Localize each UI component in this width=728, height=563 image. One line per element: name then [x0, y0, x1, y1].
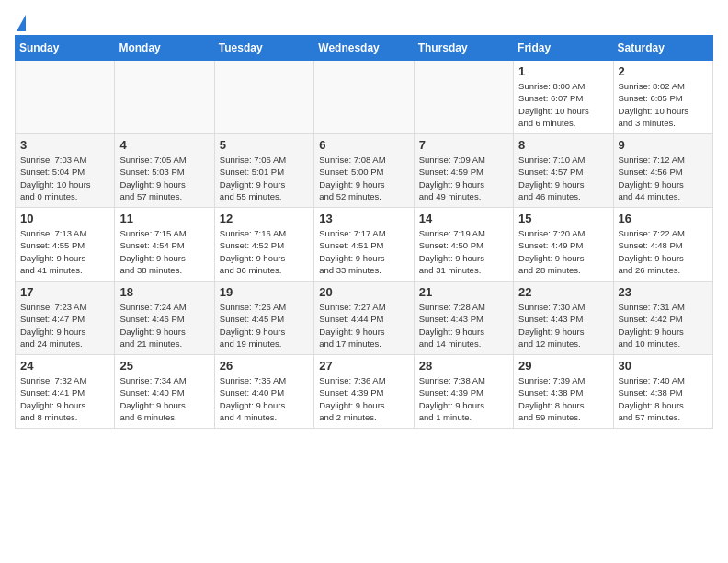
day-number: 7	[419, 138, 508, 152]
day-number: 10	[20, 212, 109, 225]
day-number: 23	[619, 285, 708, 299]
calendar-cell: 1Sunrise: 8:00 AM Sunset: 6:07 PM Daylig…	[514, 61, 613, 134]
day-number: 30	[619, 359, 708, 373]
day-number: 20	[319, 285, 408, 299]
day-info: Sunrise: 7:15 AM Sunset: 4:54 PM Dayligh…	[119, 227, 209, 276]
day-info: Sunrise: 7:08 AM Sunset: 5:00 PM Dayligh…	[319, 154, 408, 202]
day-info: Sunrise: 7:32 AM Sunset: 4:41 PM Dayligh…	[20, 374, 109, 423]
calendar-cell: 10Sunrise: 7:13 AM Sunset: 4:55 PM Dayli…	[16, 208, 115, 282]
day-info: Sunrise: 7:30 AM Sunset: 4:43 PM Dayligh…	[518, 301, 608, 350]
calendar-header-saturday: Saturday	[613, 36, 712, 61]
calendar-cell: 26Sunrise: 7:35 AM Sunset: 4:40 PM Dayli…	[214, 355, 313, 429]
calendar-cell: 5Sunrise: 7:06 AM Sunset: 5:01 PM Daylig…	[214, 134, 313, 208]
calendar-cell	[16, 61, 115, 134]
day-number: 26	[220, 359, 309, 373]
day-number: 21	[419, 285, 508, 299]
calendar-cell: 12Sunrise: 7:16 AM Sunset: 4:52 PM Dayli…	[214, 208, 313, 282]
day-info: Sunrise: 8:02 AM Sunset: 6:05 PM Dayligh…	[619, 80, 708, 129]
day-number: 24	[20, 359, 109, 373]
day-number: 16	[619, 212, 708, 225]
calendar-header-wednesday: Wednesday	[314, 36, 414, 61]
calendar-cell: 14Sunrise: 7:19 AM Sunset: 4:50 PM Dayli…	[414, 208, 513, 282]
calendar-header-tuesday: Tuesday	[214, 36, 313, 61]
day-number: 22	[518, 285, 608, 299]
day-number: 6	[319, 138, 408, 152]
day-info: Sunrise: 7:38 AM Sunset: 4:39 PM Dayligh…	[419, 374, 508, 423]
logo-triangle-icon	[17, 15, 26, 31]
day-number: 15	[518, 212, 608, 225]
day-number: 18	[119, 285, 209, 299]
day-number: 2	[619, 64, 708, 78]
day-number: 3	[20, 138, 109, 152]
calendar-cell: 2Sunrise: 8:02 AM Sunset: 6:05 PM Daylig…	[613, 61, 712, 134]
calendar-cell: 6Sunrise: 7:08 AM Sunset: 5:00 PM Daylig…	[314, 134, 414, 208]
day-info: Sunrise: 7:09 AM Sunset: 4:59 PM Dayligh…	[419, 154, 508, 202]
day-number: 17	[20, 285, 109, 299]
calendar-cell: 8Sunrise: 7:10 AM Sunset: 4:57 PM Daylig…	[514, 134, 613, 208]
day-number: 12	[220, 212, 309, 225]
calendar-cell: 18Sunrise: 7:24 AM Sunset: 4:46 PM Dayli…	[115, 282, 214, 355]
day-info: Sunrise: 7:34 AM Sunset: 4:40 PM Dayligh…	[119, 374, 209, 423]
calendar-week-2: 3Sunrise: 7:03 AM Sunset: 5:04 PM Daylig…	[16, 134, 713, 208]
calendar-cell: 11Sunrise: 7:15 AM Sunset: 4:54 PM Dayli…	[115, 208, 214, 282]
day-info: Sunrise: 7:28 AM Sunset: 4:43 PM Dayligh…	[419, 301, 508, 350]
calendar-cell: 3Sunrise: 7:03 AM Sunset: 5:04 PM Daylig…	[16, 134, 115, 208]
day-number: 13	[319, 212, 408, 225]
calendar-header-friday: Friday	[514, 36, 613, 61]
day-info: Sunrise: 7:26 AM Sunset: 4:45 PM Dayligh…	[220, 301, 309, 350]
calendar-cell: 30Sunrise: 7:40 AM Sunset: 4:38 PM Dayli…	[613, 355, 712, 429]
day-number: 27	[319, 359, 408, 373]
calendar-header-sunday: Sunday	[16, 36, 115, 61]
day-info: Sunrise: 7:19 AM Sunset: 4:50 PM Dayligh…	[419, 227, 508, 276]
day-number: 29	[518, 359, 608, 373]
day-info: Sunrise: 7:20 AM Sunset: 4:49 PM Dayligh…	[518, 227, 608, 276]
calendar-cell: 13Sunrise: 7:17 AM Sunset: 4:51 PM Dayli…	[314, 208, 414, 282]
day-info: Sunrise: 7:40 AM Sunset: 4:38 PM Dayligh…	[619, 374, 708, 423]
day-info: Sunrise: 7:27 AM Sunset: 4:44 PM Dayligh…	[319, 301, 408, 350]
day-info: Sunrise: 8:00 AM Sunset: 6:07 PM Dayligh…	[518, 80, 608, 129]
day-number: 1	[518, 64, 608, 78]
day-number: 28	[419, 359, 508, 373]
calendar-cell: 25Sunrise: 7:34 AM Sunset: 4:40 PM Dayli…	[115, 355, 214, 429]
calendar-cell: 29Sunrise: 7:39 AM Sunset: 4:38 PM Dayli…	[514, 355, 613, 429]
day-info: Sunrise: 7:24 AM Sunset: 4:46 PM Dayligh…	[119, 301, 209, 350]
day-info: Sunrise: 7:06 AM Sunset: 5:01 PM Dayligh…	[220, 154, 309, 202]
calendar-header-row: SundayMondayTuesdayWednesdayThursdayFrid…	[16, 36, 713, 61]
day-number: 14	[419, 212, 508, 225]
day-info: Sunrise: 7:39 AM Sunset: 4:38 PM Dayligh…	[518, 374, 608, 423]
calendar-header-monday: Monday	[115, 36, 214, 61]
day-info: Sunrise: 7:31 AM Sunset: 4:42 PM Dayligh…	[619, 301, 708, 350]
day-info: Sunrise: 7:35 AM Sunset: 4:40 PM Dayligh…	[220, 374, 309, 423]
day-number: 9	[619, 138, 708, 152]
calendar-cell: 27Sunrise: 7:36 AM Sunset: 4:39 PM Dayli…	[314, 355, 414, 429]
day-number: 5	[220, 138, 309, 152]
calendar-cell: 9Sunrise: 7:12 AM Sunset: 4:56 PM Daylig…	[613, 134, 712, 208]
calendar-cell	[214, 61, 313, 134]
day-number: 8	[518, 138, 608, 152]
calendar-cell: 28Sunrise: 7:38 AM Sunset: 4:39 PM Dayli…	[414, 355, 513, 429]
calendar-cell: 17Sunrise: 7:23 AM Sunset: 4:47 PM Dayli…	[16, 282, 115, 355]
day-number: 4	[119, 138, 209, 152]
calendar-week-4: 17Sunrise: 7:23 AM Sunset: 4:47 PM Dayli…	[16, 282, 713, 355]
calendar-cell	[314, 61, 414, 134]
logo	[15, 15, 26, 28]
calendar-cell: 23Sunrise: 7:31 AM Sunset: 4:42 PM Dayli…	[613, 282, 712, 355]
day-info: Sunrise: 7:16 AM Sunset: 4:52 PM Dayligh…	[220, 227, 309, 276]
calendar-week-5: 24Sunrise: 7:32 AM Sunset: 4:41 PM Dayli…	[16, 355, 713, 429]
calendar-cell: 7Sunrise: 7:09 AM Sunset: 4:59 PM Daylig…	[414, 134, 513, 208]
day-info: Sunrise: 7:10 AM Sunset: 4:57 PM Dayligh…	[518, 154, 608, 202]
calendar-cell	[414, 61, 513, 134]
day-info: Sunrise: 7:13 AM Sunset: 4:55 PM Dayligh…	[20, 227, 109, 276]
calendar-cell: 4Sunrise: 7:05 AM Sunset: 5:03 PM Daylig…	[115, 134, 214, 208]
day-info: Sunrise: 7:22 AM Sunset: 4:48 PM Dayligh…	[619, 227, 708, 276]
calendar-cell: 21Sunrise: 7:28 AM Sunset: 4:43 PM Dayli…	[414, 282, 513, 355]
day-info: Sunrise: 7:05 AM Sunset: 5:03 PM Dayligh…	[119, 154, 209, 202]
calendar-cell: 19Sunrise: 7:26 AM Sunset: 4:45 PM Dayli…	[214, 282, 313, 355]
calendar-week-1: 1Sunrise: 8:00 AM Sunset: 6:07 PM Daylig…	[16, 61, 713, 134]
calendar-cell: 15Sunrise: 7:20 AM Sunset: 4:49 PM Dayli…	[514, 208, 613, 282]
day-number: 25	[119, 359, 209, 373]
calendar-cell: 16Sunrise: 7:22 AM Sunset: 4:48 PM Dayli…	[613, 208, 712, 282]
calendar-cell: 22Sunrise: 7:30 AM Sunset: 4:43 PM Dayli…	[514, 282, 613, 355]
calendar-body: 1Sunrise: 8:00 AM Sunset: 6:07 PM Daylig…	[16, 61, 713, 429]
calendar-table: SundayMondayTuesdayWednesdayThursdayFrid…	[15, 35, 713, 429]
